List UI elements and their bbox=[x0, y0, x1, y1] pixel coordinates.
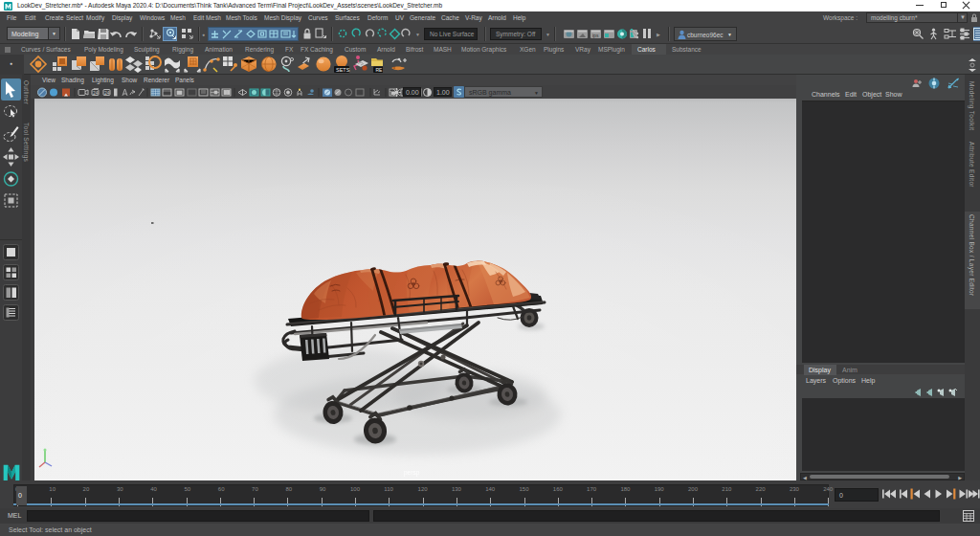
svg-text:SETS: SETS bbox=[336, 67, 350, 73]
svg-text:RE: RE bbox=[376, 67, 384, 73]
svg-text:ips: ips bbox=[592, 33, 599, 38]
svg-text:24: 24 bbox=[93, 90, 99, 96]
svg-text:persp: persp bbox=[404, 469, 420, 477]
svg-text:24: 24 bbox=[104, 90, 110, 96]
